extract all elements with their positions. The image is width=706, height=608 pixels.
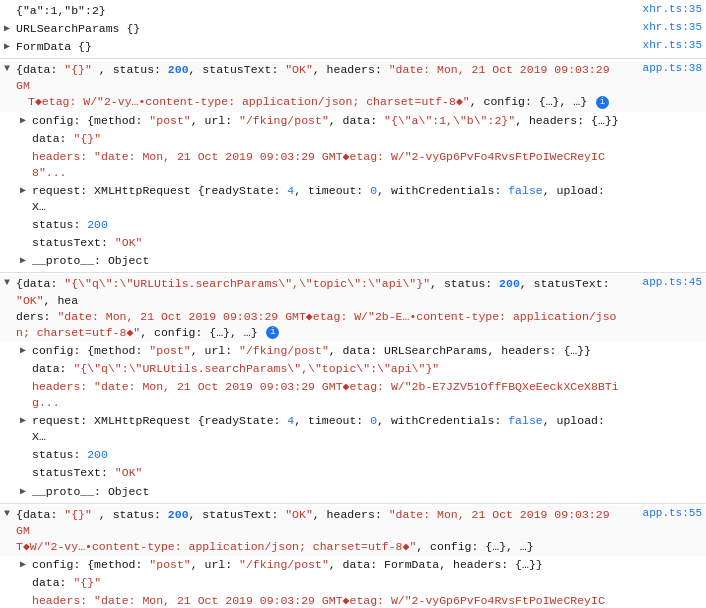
s1-status-val: 200 [168, 63, 189, 76]
s3-headers-content: headers: "date: Mon, 21 Oct 2019 09:03:2… [32, 593, 702, 608]
s1-request-line: request: XMLHttpRequest {readyState: 4, … [0, 182, 706, 216]
s2-statustext-content: statusText: "OK" [32, 465, 702, 481]
log-content-ab: {"a":1,"b":2} [16, 3, 702, 19]
s2-config-arrow[interactable] [20, 344, 32, 356]
s1-config-arrow[interactable] [20, 114, 32, 126]
s1-statustext-content: statusText: "OK" [32, 235, 702, 251]
s2-main-content: {data: "{\"q\":\"URLUtils.searchParams\"… [16, 276, 702, 340]
s1-headers-preview: "date: Mon, 21 Oct 2019 09:03:29 GM [16, 63, 616, 92]
s1-config-content: config: {method: "post", url: "/fking/po… [32, 113, 702, 129]
s2-config-content: config: {method: "post", url: "/fking/po… [32, 343, 702, 359]
formdata-text: FormData {} [16, 40, 92, 53]
s3-data-line: data: "{}" [0, 574, 706, 592]
expand-arrow-urlsearch[interactable] [4, 22, 16, 34]
s2-data-line: data: "{\"q\":\"URLUtils.searchParams\",… [0, 360, 706, 378]
log-line-urlsearch: URLSearchParams {} xhr.ts:35 [0, 20, 706, 38]
s1-info-icon[interactable]: i [596, 96, 609, 109]
s1-statustext: "OK" [285, 63, 313, 76]
s2-data-content: data: "{\"q\":\"URLUtils.searchParams\",… [32, 361, 702, 377]
s1-data-val: "{}" [64, 63, 92, 76]
s1-proto-line: __proto__: Object [0, 252, 706, 270]
log-line-formdata: FormData {} xhr.ts:35 [0, 38, 706, 56]
s1-config-line: config: {method: "post", url: "/fking/po… [0, 112, 706, 130]
s2-status-line: status: 200 [0, 446, 706, 464]
s1-main-line: {data: "{}" , status: 200, statusText: "… [0, 61, 706, 111]
s2-headers-line: headers: "date: Mon, 21 Oct 2019 09:03:2… [0, 378, 706, 412]
log-line-ab: {"a":1,"b":2} xhr.ts:35 [0, 2, 706, 20]
s2-request-content: request: XMLHttpRequest {readyState: 4, … [32, 413, 702, 445]
s1-status-line: status: 200 [0, 216, 706, 234]
s3-main-content: {data: "{}" , status: 200, statusText: "… [16, 507, 702, 555]
source-urlsearch[interactable]: xhr.ts:35 [643, 21, 702, 33]
s2-expand-arrow[interactable] [4, 277, 16, 288]
expand-arrow-formdata[interactable] [4, 40, 16, 52]
s1-statustext-line: statusText: "OK" [0, 234, 706, 252]
s2-status-content: status: 200 [32, 447, 702, 463]
s3-expand-arrow[interactable] [4, 508, 16, 519]
section-3: {data: "{}" , status: 200, statusText: "… [0, 504, 706, 608]
console-container: {"a":1,"b":2} xhr.ts:35 URLSearchParams … [0, 0, 706, 608]
s1-headers-cont: T◆etag: W/"2-vy…•content-type: applicati… [16, 95, 611, 108]
s1-headers-content: headers: "date: Mon, 21 Oct 2019 09:03:2… [32, 149, 702, 181]
s3-headers-line: headers: "date: Mon, 21 Oct 2019 09:03:2… [0, 592, 706, 608]
s2-proto-arrow[interactable] [20, 485, 32, 497]
s2-headers-content: headers: "date: Mon, 21 Oct 2019 09:03:2… [32, 379, 702, 411]
s1-status-content: status: 200 [32, 217, 702, 233]
s2-proto-line: __proto__: Object [0, 483, 706, 501]
urlsearch-text: URLSearchParams {} [16, 22, 140, 35]
s1-proto-arrow[interactable] [20, 254, 32, 266]
log-content-formdata: FormData {} [16, 39, 702, 55]
section-2: {data: "{\"q\":\"URLUtils.searchParams\"… [0, 273, 706, 503]
section-top: {"a":1,"b":2} xhr.ts:35 URLSearchParams … [0, 0, 706, 59]
s1-request-arrow[interactable] [20, 184, 32, 196]
s2-proto-content: __proto__: Object [32, 484, 702, 500]
s1-request-content: request: XMLHttpRequest {readyState: 4, … [32, 183, 702, 215]
s2-source[interactable]: app.ts:45 [643, 276, 702, 288]
source-ab[interactable]: xhr.ts:35 [643, 3, 702, 15]
s2-statustext-line: statusText: "OK" [0, 464, 706, 482]
s1-proto-content: __proto__: Object [32, 253, 702, 269]
s1-expand-arrow[interactable] [4, 63, 16, 74]
s2-request-line: request: XMLHttpRequest {readyState: 4, … [0, 412, 706, 446]
s2-request-arrow[interactable] [20, 414, 32, 426]
s1-data-line: data: "{}" [0, 130, 706, 148]
s1-data-content: data: "{}" [32, 131, 702, 147]
s1-headers-line: headers: "date: Mon, 21 Oct 2019 09:03:2… [0, 148, 706, 182]
section-1: {data: "{}" , status: 200, statusText: "… [0, 59, 706, 273]
s1-source[interactable]: app.ts:38 [643, 62, 702, 74]
ab-text: {"a":1,"b":2} [16, 4, 106, 17]
s3-config-line: config: {method: "post", url: "/fking/po… [0, 556, 706, 574]
log-content-urlsearch: URLSearchParams {} [16, 21, 702, 37]
s2-config-line: config: {method: "post", url: "/fking/po… [0, 342, 706, 360]
s2-main-line: {data: "{\"q\":\"URLUtils.searchParams\"… [0, 275, 706, 341]
s3-config-content: config: {method: "post", url: "/fking/po… [32, 557, 702, 573]
s1-main-content: {data: "{}" , status: 200, statusText: "… [16, 62, 702, 110]
s3-source[interactable]: app.ts:55 [643, 507, 702, 519]
source-formdata[interactable]: xhr.ts:35 [643, 39, 702, 51]
s2-info-icon[interactable]: i [266, 326, 279, 339]
s3-config-arrow[interactable] [20, 558, 32, 570]
s3-main-line: {data: "{}" , status: 200, statusText: "… [0, 506, 706, 556]
s3-data-content: data: "{}" [32, 575, 702, 591]
